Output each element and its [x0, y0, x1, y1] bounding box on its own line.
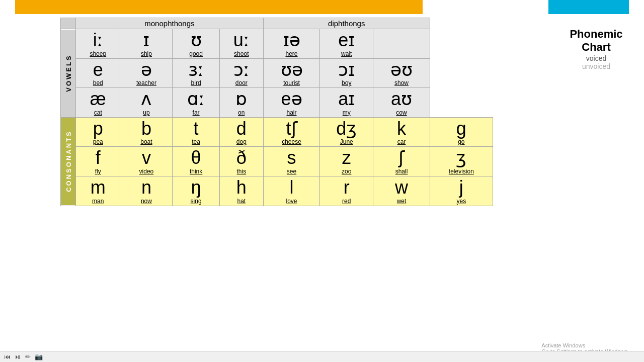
consonant-cell: v video	[120, 147, 173, 176]
symbol: f	[78, 148, 118, 168]
word: good	[175, 50, 217, 57]
consonant-cell: z zoo	[320, 147, 373, 176]
symbol: ʒ	[432, 148, 491, 168]
word: far	[175, 109, 217, 116]
word: see	[266, 168, 317, 175]
phoneme-cell: aʊ cow	[373, 88, 430, 118]
consonant-cell: n now	[120, 176, 173, 206]
phoneme-cell: æ cat	[76, 88, 120, 118]
word: think	[175, 168, 217, 175]
consonant-cell: b boat	[120, 117, 173, 147]
phoneme-cell: əʊ show	[373, 58, 430, 88]
top-bar-blue	[548, 0, 629, 14]
symbol: dʒ	[322, 119, 371, 139]
activate-line1: Activate Windows	[541, 342, 629, 348]
edit-icon[interactable]: ✏	[25, 353, 31, 360]
consonant-cell: w wet	[373, 176, 430, 206]
symbol: æ	[78, 89, 118, 109]
unvoiced-label: unvoiced	[558, 62, 634, 70]
symbol: ɔɪ	[322, 60, 371, 80]
word: yes	[432, 198, 491, 205]
symbol: eə	[266, 89, 317, 109]
symbol: h	[222, 177, 261, 198]
symbol: g	[432, 119, 491, 139]
symbol: t	[175, 119, 217, 139]
consonant-cell: d dog	[219, 117, 263, 147]
consonant-cell: j yes	[430, 176, 493, 206]
word: video	[122, 168, 170, 175]
consonant-cell: ð this	[219, 147, 263, 176]
top-bar-orange	[15, 0, 423, 14]
symbol: ʊə	[266, 60, 317, 80]
symbol: ŋ	[175, 177, 217, 198]
consonant-cell: k car	[373, 117, 430, 147]
monophthongs-header: monophthongs	[76, 18, 264, 29]
symbol: l	[266, 177, 317, 198]
symbol: r	[322, 177, 371, 198]
symbol: b	[122, 119, 170, 139]
word: my	[322, 109, 371, 116]
word: cheese	[266, 138, 317, 145]
symbol: p	[78, 119, 118, 139]
phoneme-cell: e bed	[76, 58, 120, 88]
symbol: ʌ	[122, 89, 170, 109]
symbol: ʊ	[175, 30, 217, 50]
word: wet	[375, 198, 427, 205]
word: zoo	[322, 168, 371, 175]
consonant-cell: p pea	[76, 117, 120, 147]
word: wait	[322, 50, 371, 57]
phoneme-cell: ɪə here	[263, 29, 319, 59]
phoneme-cell: eɪ wait	[320, 29, 373, 59]
symbol: d	[222, 119, 261, 139]
word: fly	[78, 168, 118, 175]
symbol: ɪ	[122, 30, 170, 50]
word: go	[432, 138, 491, 145]
symbol: uː	[222, 30, 261, 50]
word: boat	[122, 138, 170, 145]
consonant-cell: ʃ shall	[373, 147, 430, 176]
consonants-label: CONSONANTS	[61, 117, 76, 206]
play-pause-icon[interactable]: ⏯	[15, 353, 21, 360]
consonant-cell: t tea	[173, 117, 219, 147]
word: June	[322, 138, 371, 145]
symbol: n	[122, 177, 170, 198]
word: here	[266, 50, 317, 57]
consonant-cell: tʃ cheese	[263, 117, 319, 147]
symbol: e	[78, 60, 118, 80]
skip-back-icon[interactable]: ⏮	[4, 353, 11, 360]
top-bar	[0, 0, 644, 14]
camera-icon[interactable]: 📷	[35, 353, 43, 360]
word: sheep	[78, 50, 118, 57]
symbol: aɪ	[322, 89, 371, 109]
word: sing	[175, 198, 217, 205]
word: this	[222, 168, 261, 175]
consonant-cell: ŋ sing	[173, 176, 219, 206]
phoneme-cell: ə teacher	[120, 58, 173, 88]
symbol: ð	[222, 148, 261, 168]
consonant-cell: dʒ June	[320, 117, 373, 147]
word: red	[322, 198, 371, 205]
word: ship	[122, 50, 170, 57]
word: cow	[375, 109, 427, 116]
symbol: ɜː	[175, 60, 217, 80]
word: on	[222, 109, 261, 116]
word: shoot	[222, 50, 261, 57]
word: hat	[222, 198, 261, 205]
phoneme-cell: ɒ on	[219, 88, 263, 118]
word: pea	[78, 138, 118, 145]
word: teacher	[122, 79, 170, 86]
phoneme-cell: eə hair	[263, 88, 319, 118]
symbol: ɑː	[175, 89, 217, 109]
phoneme-cell: ɑː far	[173, 88, 219, 118]
consonant-cell: s see	[263, 147, 319, 176]
symbol: iː	[78, 30, 118, 50]
symbol: eɪ	[322, 30, 371, 50]
symbol: tʃ	[266, 119, 317, 139]
word: bird	[175, 79, 217, 86]
phoneme-cell: ɪ ship	[120, 29, 173, 59]
word: up	[122, 109, 170, 116]
word: love	[266, 198, 317, 205]
phonetic-chart-table: monophthongs diphthongs VOWELS iː sheep …	[60, 18, 493, 206]
consonant-cell: r red	[320, 176, 373, 206]
word: tea	[175, 138, 217, 145]
